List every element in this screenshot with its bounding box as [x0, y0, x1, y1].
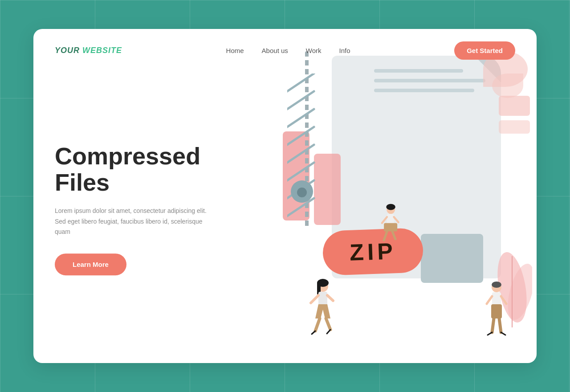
deco-block-2: [499, 120, 530, 134]
svg-line-5: [287, 163, 314, 180]
zipper-pull-inner: [297, 188, 307, 197]
person-standing-icon: [483, 281, 510, 339]
svg-line-35: [492, 318, 494, 332]
svg-rect-24: [384, 223, 397, 232]
svg-line-20: [327, 330, 330, 334]
hero-description: Lorem ipsum dolor sit amet, consectetur …: [55, 206, 211, 237]
doc-line-3: [374, 89, 474, 92]
svg-line-0: [287, 74, 314, 91]
svg-point-30: [492, 282, 501, 288]
nav-link-info[interactable]: Info: [339, 47, 350, 54]
get-started-button[interactable]: Get Started: [454, 41, 515, 60]
svg-line-36: [499, 318, 501, 332]
svg-line-19: [312, 331, 315, 334]
svg-rect-31: [492, 292, 501, 306]
doc-line-1: [374, 69, 463, 73]
learn-more-button[interactable]: Learn More: [55, 253, 126, 275]
nav-link-work[interactable]: Work: [306, 47, 322, 54]
logo-website: WEBSITE: [82, 46, 122, 55]
svg-line-17: [315, 318, 320, 331]
svg-point-22: [386, 204, 395, 210]
main-card: YOUR WEBSITE Home About us Work Info Get…: [33, 29, 537, 363]
person-sitting-icon: [376, 203, 403, 247]
document-square: [421, 234, 483, 283]
hero-title: Compressed Files: [55, 143, 211, 196]
nav-item-home[interactable]: Home: [226, 47, 244, 55]
deco-leaf-top-2: [492, 74, 523, 98]
svg-line-34: [501, 296, 506, 304]
svg-rect-32: [491, 304, 502, 318]
nav-link-about[interactable]: About us: [262, 47, 288, 54]
logo-your: YOUR: [55, 46, 80, 55]
svg-line-3: [287, 127, 314, 145]
svg-line-25: [382, 217, 387, 223]
svg-line-2: [287, 109, 314, 127]
svg-line-15: [311, 295, 318, 303]
hero-content: Compressed Files Lorem ipsum dolor sit a…: [55, 143, 211, 275]
svg-line-28: [392, 232, 395, 239]
illustration-area: ZIP: [225, 29, 537, 363]
deco-block-1: [499, 96, 530, 116]
svg-line-27: [384, 232, 387, 241]
svg-line-1: [287, 91, 314, 109]
svg-rect-23: [387, 214, 394, 225]
svg-line-33: [487, 296, 492, 304]
nav-links: Home About us Work Info: [226, 47, 350, 55]
nav-item-info[interactable]: Info: [339, 47, 350, 55]
svg-line-18: [326, 318, 330, 330]
nav-item-about[interactable]: About us: [262, 47, 288, 55]
document-lines: [374, 69, 485, 98]
nav-item-work[interactable]: Work: [306, 47, 322, 55]
nav-link-home[interactable]: Home: [226, 47, 244, 54]
doc-line-2: [374, 79, 485, 82]
navbar: YOUR WEBSITE Home About us Work Info Get…: [33, 29, 537, 60]
logo: YOUR WEBSITE: [55, 46, 122, 55]
svg-line-26: [394, 217, 398, 222]
person-walking-icon: [307, 278, 338, 336]
svg-line-16: [327, 295, 333, 301]
zipper-teeth-icon: [287, 74, 341, 229]
zip-label: ZIP: [322, 228, 423, 276]
svg-rect-14: [318, 292, 327, 306]
svg-line-4: [287, 145, 314, 163]
